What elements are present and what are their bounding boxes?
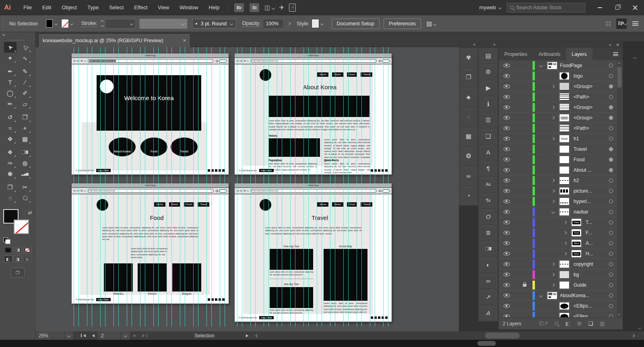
chevron-right-icon[interactable] <box>551 263 555 266</box>
layer-row[interactable]: <Group> <box>499 102 623 113</box>
target-circle[interactable] <box>609 262 613 266</box>
align-glyphs-icon[interactable]: ▨ <box>426 20 436 27</box>
direct-selection-tool[interactable]: ▷ <box>19 42 31 53</box>
chevron-right-icon[interactable] <box>551 189 555 193</box>
layer-row[interactable]: Food <box>499 154 623 165</box>
menu-help[interactable]: Help <box>203 0 225 15</box>
layer-row[interactable]: AboutKorea... <box>499 290 623 301</box>
stroke-dropdown[interactable] <box>68 19 75 28</box>
layer-name[interactable]: <Group> <box>574 115 592 121</box>
target-circle[interactable] <box>609 126 613 130</box>
visibility-eye-icon[interactable] <box>504 210 510 214</box>
expand-panels-icon[interactable]: » <box>479 42 498 48</box>
chevron-right-icon[interactable] <box>551 179 555 182</box>
actions-panel-icon[interactable]: ⚙ <box>479 64 498 80</box>
layer-name[interactable]: navbar <box>574 209 588 215</box>
asset-export-panel-icon[interactable]: ↗ <box>479 289 498 305</box>
puppet-warp-tool[interactable]: ⌖ <box>19 123 31 133</box>
layer-name[interactable]: <Path> <box>574 94 589 100</box>
none-mode-button[interactable] <box>23 247 31 253</box>
visibility-eye-icon[interactable] <box>504 105 510 109</box>
chevron-down-icon[interactable] <box>539 294 543 297</box>
layer-row[interactable]: Travel <box>499 144 623 154</box>
chevron-right-icon[interactable] <box>551 273 555 276</box>
symbol-sprayer-tool[interactable]: ✽ <box>4 168 17 179</box>
visibility-eye-icon[interactable] <box>504 189 510 193</box>
artboard-number-field[interactable]: 2 <box>98 331 121 340</box>
info-panel-icon[interactable]: ℹ <box>479 96 498 112</box>
artboard-about[interactable]: A Web Page⇦⇨✕⌂http://www.welcometokorea.… <box>235 53 392 175</box>
layer-row[interactable]: logo <box>499 71 623 81</box>
layer-row[interactable]: hyperl... <box>499 196 623 207</box>
locate-object-icon[interactable] <box>555 320 558 326</box>
layer-row[interactable]: AboutA... <box>499 238 623 248</box>
fill-dropdown[interactable] <box>53 19 59 28</box>
pen-tool[interactable]: ✒ <box>4 66 17 77</box>
layer-row[interactable]: HomeH... <box>499 248 623 259</box>
target-circle[interactable] <box>609 64 613 68</box>
layer-name[interactable]: picture... <box>574 188 592 194</box>
target-circle[interactable] <box>609 231 613 235</box>
glyphs-panel-icon[interactable]: A <box>479 305 498 321</box>
gpu-performance-icon[interactable]: ✈ <box>279 4 285 11</box>
curvature-tool[interactable]: ✎ <box>19 66 31 77</box>
stroke-color-control[interactable] <box>14 220 29 234</box>
hscroll-thumb[interactable] <box>485 333 520 339</box>
layer-row[interactable]: FoodPage <box>499 60 623 71</box>
visibility-eye-icon[interactable] <box>504 199 510 203</box>
layer-name[interactable]: A... <box>586 240 593 246</box>
dock-scroll-up-icon[interactable] <box>633 57 636 60</box>
preferences-button[interactable]: Preferences <box>384 18 421 29</box>
gradient-mode-button[interactable] <box>14 247 22 253</box>
target-circle[interactable] <box>609 95 613 99</box>
menu-file[interactable]: File <box>18 0 37 15</box>
opacity-field[interactable]: 100% <box>263 19 284 29</box>
artboard-dropdown[interactable] <box>121 331 130 340</box>
visibility-eye-icon[interactable] <box>504 126 510 130</box>
make-clipping-mask-icon[interactable]: ◧ <box>565 320 570 326</box>
layer-row[interactable]: <Ellips... <box>499 301 623 311</box>
color-panel-icon[interactable]: ❂ <box>459 146 478 166</box>
menu-view[interactable]: View <box>153 0 174 15</box>
layer-row[interactable]: Guide <box>499 280 623 290</box>
layer-row[interactable]: About ... <box>499 165 623 175</box>
target-circle[interactable] <box>609 179 613 183</box>
panel-menu-icon[interactable] <box>613 52 618 56</box>
tab-layers[interactable]: Layers <box>566 48 592 60</box>
select-similar-panel-icon[interactable]: ◌ <box>459 107 478 127</box>
transform-panel-icon[interactable]: ❐ <box>459 68 478 87</box>
target-circle[interactable] <box>609 116 613 120</box>
bridge-button[interactable]: Br <box>234 3 244 12</box>
chevron-down-icon[interactable] <box>551 210 555 214</box>
chevron-right-icon[interactable] <box>564 221 567 224</box>
stock-button[interactable]: St <box>250 3 259 12</box>
eraser-tool[interactable]: ▱ <box>19 99 31 109</box>
properties-panel-toggle[interactable]: ⠸P <box>616 18 627 29</box>
layer-row[interactable]: TravelT... <box>499 217 623 228</box>
width-tool[interactable]: ≈ <box>4 123 17 133</box>
previous-artboard-button[interactable] <box>89 331 98 340</box>
layer-row[interactable]: <Ellips <box>499 311 623 317</box>
magic-wand-tool[interactable]: ✦ <box>4 53 17 64</box>
touch-workspace-icon[interactable]: ☝ <box>289 4 296 12</box>
layer-name[interactable]: h2 <box>574 178 579 183</box>
menu-effect[interactable]: Effect <box>129 0 153 15</box>
visibility-eye-icon[interactable] <box>504 95 510 99</box>
gradient-tool[interactable] <box>19 147 31 158</box>
visibility-eye-icon[interactable] <box>504 168 510 172</box>
chevron-right-icon[interactable] <box>564 252 567 255</box>
layer-name[interactable]: <Group> <box>574 105 592 110</box>
transparency-panel-icon[interactable]: ◐ <box>479 257 498 273</box>
mesh-tool[interactable]: ❖ <box>4 147 17 158</box>
visibility-eye-icon[interactable] <box>504 283 510 287</box>
visibility-eye-icon[interactable] <box>504 116 510 120</box>
visibility-eye-icon[interactable] <box>504 147 510 151</box>
character-panel-icon[interactable]: A <box>479 144 498 160</box>
artboards-panel-icon[interactable]: ▤ <box>479 48 498 64</box>
lock-icon[interactable] <box>523 284 526 287</box>
brushes-panel-icon[interactable]: ✾ <box>459 48 478 68</box>
draw-normal-button[interactable]: ◧ <box>4 256 12 262</box>
expand-panels-icon[interactable]: » <box>459 42 478 48</box>
target-circle[interactable] <box>609 210 613 214</box>
close-button[interactable] <box>626 0 644 15</box>
